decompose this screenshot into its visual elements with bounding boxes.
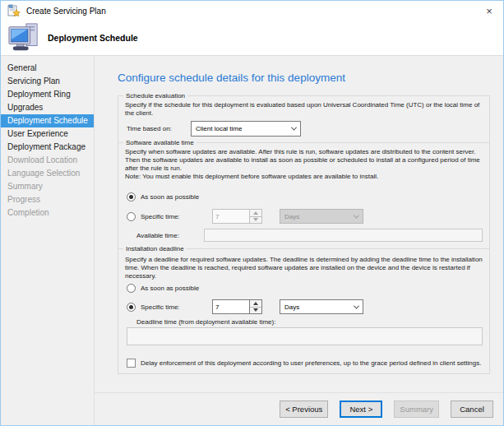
dropdown-value: Client local time — [196, 125, 242, 132]
schedule-evaluation-description: Specify if the schedule for this deploym… — [125, 101, 483, 118]
dropdown-value: Days — [284, 213, 299, 220]
spinner-down-icon[interactable] — [250, 308, 261, 314]
sidebar-item-general[interactable]: General — [1, 62, 94, 75]
wizard-nav-sidebar: General Servicing Plan Deployment Ring U… — [1, 56, 95, 425]
page-title: Deployment Schedule — [48, 33, 138, 43]
cancel-button[interactable]: Cancel — [451, 401, 493, 418]
available-time-unit-dropdown: Days — [280, 209, 363, 224]
software-available-note: Note: You must enable this deployment be… — [125, 173, 483, 181]
radio-label: As soon as possible — [141, 285, 199, 292]
software-available-time-group: Software available time Specify when sof… — [118, 142, 490, 249]
available-specific-time-spinner: 7 — [212, 209, 262, 224]
available-specific-time-radio-label[interactable]: Specific time: — [141, 213, 209, 220]
sidebar-item-user-experience[interactable]: User Experience — [1, 127, 94, 141]
dropdown-value: Days — [284, 303, 299, 311]
wizard-page-content: Configure schedule details for this depl… — [95, 56, 503, 392]
available-time-label: Available time: — [136, 232, 179, 240]
spinner-value: 7 — [213, 210, 249, 223]
deadline-specific-time-spinner[interactable]: 7 — [212, 299, 262, 314]
radio-checked-icon[interactable] — [127, 303, 136, 312]
create-servicing-plan-window: Create Servicing Plan × Deployment Sched… — [0, 0, 504, 426]
wizard-footer: < Previous Next > Summary Cancel — [95, 392, 503, 425]
deadline-time-label: Deadline time (from deployment available… — [136, 318, 275, 326]
radio-unchecked-icon[interactable] — [127, 212, 136, 221]
sidebar-item-servicing-plan[interactable]: Servicing Plan — [1, 75, 94, 88]
radio-label: As soon as possible — [141, 193, 199, 201]
deadline-time-unit-dropdown[interactable]: Days — [280, 299, 363, 314]
delay-enforcement-checkbox-row[interactable]: Delay enforcement of this deployment acc… — [127, 359, 483, 368]
sidebar-item-deployment-ring[interactable]: Deployment Ring — [1, 88, 94, 101]
sidebar-item-completion: Completion — [1, 206, 94, 220]
deadline-specific-time-radio-label[interactable]: Specific time: — [141, 303, 209, 311]
wizard-header: Deployment Schedule — [1, 21, 503, 56]
sidebar-item-deployment-schedule[interactable]: Deployment Schedule — [1, 114, 94, 127]
spinner-up-icon[interactable] — [250, 300, 261, 308]
installation-deadline-group: Installation deadline Specify a deadline… — [118, 248, 490, 374]
group-title: Software available time — [123, 139, 197, 147]
group-title: Installation deadline — [123, 245, 187, 253]
available-time-input — [204, 229, 483, 242]
sidebar-item-deployment-package[interactable]: Deployment Package — [1, 141, 94, 154]
deadline-asap-radio[interactable]: As soon as possible — [127, 284, 199, 293]
checkbox-unchecked-icon[interactable] — [127, 359, 136, 368]
spinner-up-icon — [250, 210, 261, 217]
sidebar-item-upgrades[interactable]: Upgrades — [1, 101, 94, 114]
chevron-down-icon — [291, 125, 297, 131]
software-available-description: Specify when software updates are availa… — [125, 148, 483, 173]
chevron-down-icon — [354, 212, 359, 218]
computer-icon — [8, 22, 39, 53]
chevron-down-icon — [354, 303, 359, 308]
next-button[interactable]: Next > — [340, 401, 382, 418]
spinner-down-icon — [250, 217, 261, 224]
group-title: Schedule evaluation — [123, 92, 187, 100]
spinner-value: 7 — [213, 300, 249, 313]
sidebar-item-language-selection: Language Selection — [1, 167, 94, 180]
previous-button[interactable]: < Previous — [280, 401, 328, 418]
radio-unchecked-icon — [127, 284, 136, 293]
delay-enforcement-label: Delay enforcement of this deployment acc… — [141, 359, 481, 367]
title-bar: Create Servicing Plan × — [1, 1, 503, 21]
sidebar-item-progress: Progress — [1, 193, 94, 206]
page-heading: Configure schedule details for this depl… — [118, 72, 489, 84]
create-servicing-plan-icon — [7, 4, 21, 17]
available-asap-radio[interactable]: As soon as possible — [127, 192, 199, 201]
radio-checked-icon — [127, 192, 136, 201]
deadline-time-input — [127, 327, 483, 345]
installation-deadline-description: Specify a deadline for required software… — [125, 256, 483, 280]
time-based-on-label: Time based on: — [127, 125, 191, 132]
close-icon[interactable]: × — [475, 1, 503, 21]
schedule-evaluation-group: Schedule evaluation Specify if the sched… — [118, 95, 490, 143]
summary-button: Summary — [394, 401, 439, 418]
time-based-on-dropdown[interactable]: Client local time — [191, 121, 301, 137]
sidebar-item-download-location: Download Location — [1, 154, 94, 167]
window-title: Create Servicing Plan — [26, 7, 106, 16]
sidebar-item-summary: Summary — [1, 180, 94, 193]
